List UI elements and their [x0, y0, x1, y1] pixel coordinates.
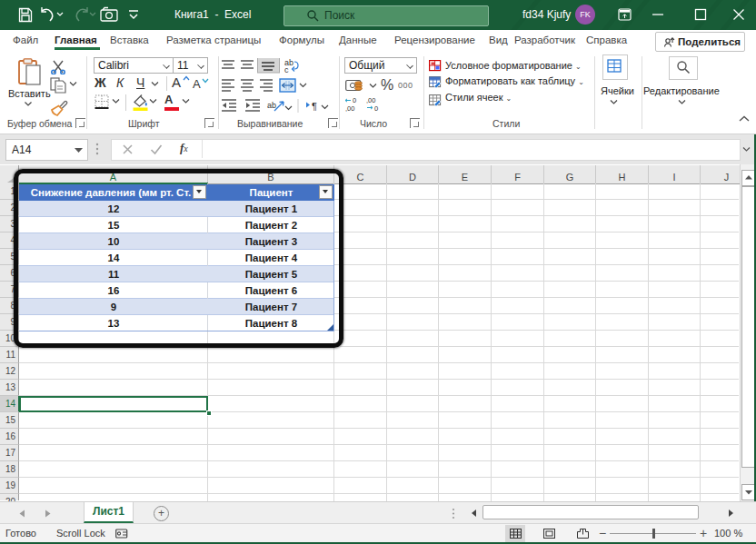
svg-text:¶: ¶	[312, 101, 317, 112]
svg-text:0: 0	[374, 104, 378, 113]
svg-text:c: c	[284, 65, 289, 74]
svg-text:,00: ,00	[345, 104, 354, 113]
svg-text:ab: ab	[267, 101, 276, 110]
